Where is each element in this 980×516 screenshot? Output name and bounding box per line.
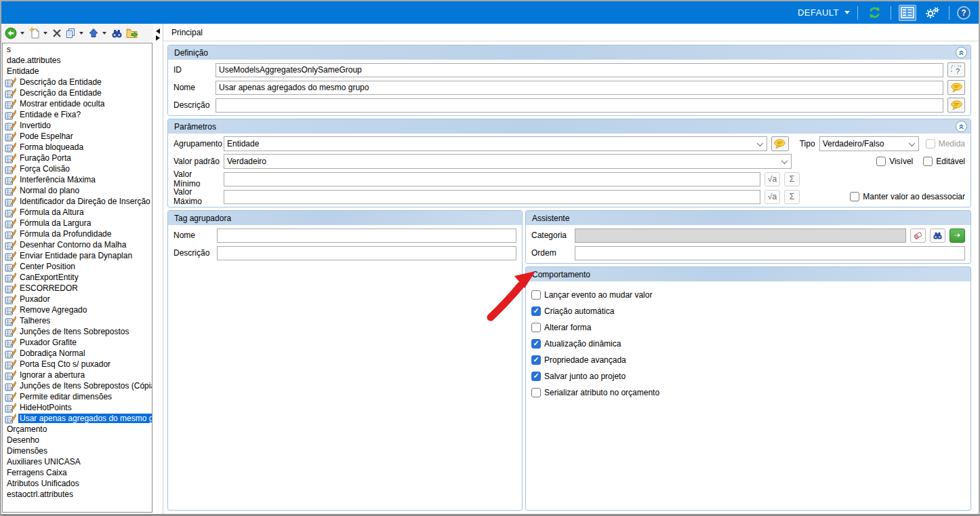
comportamento-checkbox[interactable]: Propriedade avançada <box>531 352 965 368</box>
tree-item[interactable]: Fórmula da Largura <box>3 218 152 229</box>
tree-item[interactable]: Auxiliares UNICASA <box>3 456 152 467</box>
refresh-icon[interactable] <box>865 5 883 21</box>
tree-item[interactable]: Entidade <box>3 66 152 77</box>
ordem-input[interactable] <box>575 246 965 260</box>
collapse-icon[interactable] <box>956 121 967 132</box>
tree-item[interactable]: Pode Espelhar <box>3 131 152 142</box>
tree-item[interactable]: Invertido <box>3 120 152 131</box>
tree-item[interactable]: Remove Agregado <box>3 304 152 315</box>
comportamento-checkbox[interactable]: Alterar forma <box>531 319 965 336</box>
chevron-down-icon[interactable] <box>20 32 24 35</box>
properties-panel-icon[interactable] <box>899 5 916 21</box>
comportamento-checkbox[interactable]: Atualização dinâmica <box>531 336 965 352</box>
tipo-combo[interactable]: Verdadeiro/Falso <box>819 136 919 151</box>
delete-icon[interactable] <box>52 26 62 41</box>
collapse-left-icon[interactable] <box>156 28 160 34</box>
help-icon[interactable]: ? <box>957 6 971 20</box>
expand-right-icon[interactable] <box>156 35 160 41</box>
tree-item[interactable]: Descrição da Entidade <box>3 87 152 98</box>
agrupamento-combo[interactable]: Entidade <box>224 136 767 151</box>
copy-icon[interactable] <box>64 26 77 41</box>
find-category-icon[interactable] <box>930 229 945 243</box>
comportamento-checkbox[interactable]: Lançar evento ao mudar valor <box>531 287 965 303</box>
settings-gears-icon[interactable] <box>924 5 941 21</box>
tree-item[interactable]: Identificador da Direção de Inserção <box>3 196 152 207</box>
visivel-checkbox[interactable]: Visível <box>876 157 913 166</box>
tree-item[interactable]: Talheres <box>3 315 152 326</box>
checkbox-box[interactable] <box>531 339 541 349</box>
tree-item[interactable]: Descrição da Entidade <box>3 77 152 87</box>
tree-item[interactable]: Interferência Máxima <box>3 174 152 185</box>
tree-item[interactable]: Junções de Itens Sobrepostos <box>3 326 152 337</box>
tag-nome-input[interactable] <box>217 229 516 243</box>
tree-item[interactable]: Permite editar dimensões <box>3 391 152 402</box>
checkbox-box[interactable] <box>531 306 541 316</box>
translate-icon[interactable] <box>947 80 965 95</box>
medida-checkbox[interactable]: Medida <box>926 139 965 148</box>
tree-item[interactable]: Junções de Itens Sobrepostos (Cópia) <box>3 380 152 391</box>
tree-item[interactable]: Entidade e Fixa? <box>3 109 152 120</box>
sum-icon[interactable]: Σ <box>784 190 800 204</box>
tree-item[interactable]: Usar apenas agregados do mesmo grupo <box>3 413 152 424</box>
valor-maximo-input[interactable] <box>224 190 760 204</box>
tree-item[interactable]: Center Position <box>3 261 152 272</box>
tree-item[interactable]: Mostrar entidade oculta <box>3 98 152 109</box>
tree-item[interactable]: Furação Porta <box>3 153 152 163</box>
comportamento-checkbox[interactable]: Salvar junto ao projeto <box>531 368 965 384</box>
chevron-down-icon[interactable] <box>102 32 106 35</box>
comportamento-checkbox[interactable]: Serializar atributo no orçamento <box>531 384 965 401</box>
formula-icon[interactable]: √a <box>764 190 780 204</box>
panel-splitter[interactable] <box>153 24 163 514</box>
tag-descricao-input[interactable] <box>217 246 516 260</box>
tree-item[interactable]: s <box>3 44 152 55</box>
tree-item[interactable]: CanExportEntity <box>3 272 152 283</box>
descricao-input[interactable] <box>216 98 943 113</box>
eraser-icon[interactable] <box>910 229 926 243</box>
checkbox-box[interactable] <box>531 290 541 300</box>
translate-icon[interactable] <box>947 98 965 113</box>
checkbox-box[interactable] <box>531 323 541 332</box>
id-input[interactable] <box>216 63 943 77</box>
tree-item[interactable]: dade.attributes <box>3 55 152 66</box>
tree-item[interactable]: Enviar Entidade para Dynaplan <box>3 250 152 261</box>
collapse-icon[interactable] <box>956 47 967 58</box>
chevron-down-icon[interactable] <box>79 32 83 35</box>
translate-icon[interactable] <box>771 136 789 151</box>
sum-icon[interactable]: Σ <box>784 172 800 186</box>
chevron-down-icon[interactable] <box>43 32 47 35</box>
tree-item[interactable]: Normal do plano <box>3 185 152 196</box>
tree-item[interactable]: Fórmula da Profundidade <box>3 229 152 239</box>
tree-item[interactable]: Desenhar Contorno da Malha <box>3 239 152 250</box>
checkbox-box[interactable] <box>531 355 541 365</box>
formula-icon[interactable]: √a <box>764 172 780 186</box>
tree-item[interactable]: Orçamento <box>3 424 152 435</box>
tree-item[interactable]: Dimensões <box>3 445 152 456</box>
manter-valor-checkbox[interactable]: Manter valor ao desassociar <box>850 192 965 201</box>
tree-item[interactable]: Forma bloqueada <box>3 142 152 153</box>
profile-dropdown[interactable]: DEFAULT <box>798 7 850 18</box>
tree-item[interactable]: Atributos Unificados <box>3 478 152 489</box>
tree-item[interactable]: ESCORREDOR <box>3 283 152 294</box>
rename-id-icon[interactable]: ? <box>947 62 965 77</box>
tree-item[interactable]: Fórmula da Altura <box>3 207 152 218</box>
tree-item[interactable]: Dobradiça Normal <box>3 348 152 359</box>
nome-input[interactable] <box>216 81 943 95</box>
go-to-category-icon[interactable] <box>950 229 965 243</box>
new-item-icon[interactable] <box>28 26 41 41</box>
editavel-checkbox[interactable]: Editável <box>923 157 965 166</box>
tree-item[interactable]: estaoctrl.attributes <box>3 489 152 500</box>
tree-item[interactable]: HideHotPoints <box>3 402 152 413</box>
move-up-icon[interactable] <box>87 26 100 41</box>
comportamento-checkbox[interactable]: Criação automática <box>531 303 965 319</box>
tree-item[interactable]: Ferragens Caixa <box>3 467 152 478</box>
tree-item[interactable]: Puxador <box>3 294 152 304</box>
back-icon[interactable] <box>4 26 18 41</box>
valor-padrao-combo[interactable]: Verdadeiro <box>224 154 792 169</box>
export-icon[interactable] <box>125 26 139 41</box>
checkbox-box[interactable] <box>531 388 541 397</box>
tree-item[interactable]: Porta Esq Cto s/ puxador <box>3 359 152 370</box>
tree-item[interactable]: Ignorar a abertura <box>3 370 152 380</box>
tree-item[interactable]: Força Colisão <box>3 163 152 174</box>
valor-minimo-input[interactable] <box>224 172 760 186</box>
tab-principal[interactable]: Principal <box>163 24 979 41</box>
